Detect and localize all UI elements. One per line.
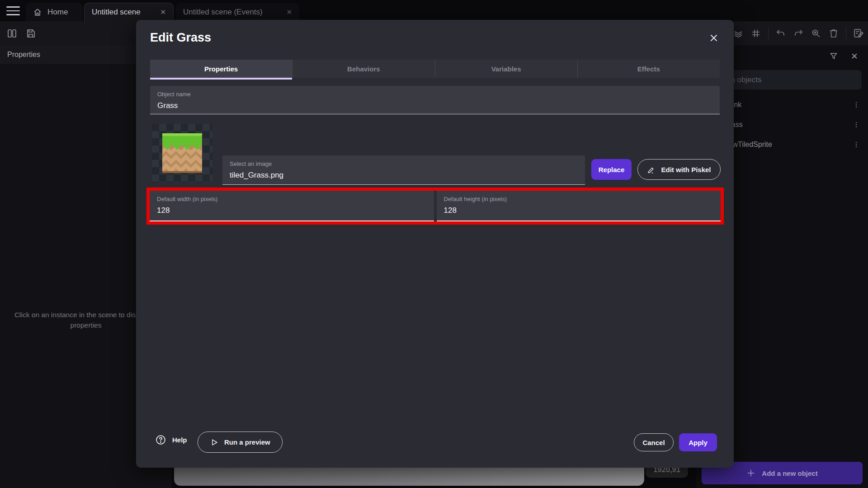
close-tab-icon[interactable]: ✕ [160, 8, 166, 16]
play-icon [210, 438, 219, 447]
object-name-field[interactable]: Object name Grass [150, 86, 720, 114]
tab-behaviors[interactable]: Behaviors [292, 60, 434, 78]
tab-properties-label: Properties [204, 65, 238, 73]
apply-button[interactable]: Apply [679, 433, 717, 451]
grid-icon[interactable] [750, 28, 761, 39]
grass-tile-image [162, 133, 202, 173]
edit-with-piskel-label: Edit with Piskel [661, 166, 711, 174]
dialog-tab-bar: Properties Behaviors Variables Effects [150, 60, 720, 78]
redo-icon[interactable] [793, 28, 804, 39]
panels-icon[interactable] [6, 28, 17, 39]
default-width-field[interactable]: Default width (in pixels) 128 [150, 191, 434, 221]
toolbar-separator [846, 27, 846, 40]
app-window: Home Untitled scene ✕ Untitled scene (Ev… [0, 0, 868, 488]
tab-properties[interactable]: Properties [150, 60, 292, 78]
highlight-box: Default width (in pixels) 128 Default he… [146, 188, 724, 225]
default-height-label: Default height (in pixels) [444, 196, 714, 202]
run-preview-label: Run a preview [224, 438, 270, 446]
tab-variables-label: Variables [491, 65, 521, 73]
filter-icon[interactable] [829, 52, 838, 61]
save-icon[interactable] [25, 28, 36, 39]
edit-with-piskel-button[interactable]: Edit with Piskel [637, 159, 721, 180]
properties-panel-title: Properties [7, 51, 40, 59]
default-height-field[interactable]: Default height (in pixels) 128 [437, 191, 721, 221]
pencil-icon [647, 165, 656, 174]
cancel-button[interactable]: Cancel [634, 433, 674, 451]
tab-events-label: Untitled scene (Events) [183, 8, 263, 17]
layers-icon[interactable] [733, 28, 744, 39]
undo-icon[interactable] [775, 28, 786, 39]
tab-effects[interactable]: Effects [577, 60, 720, 78]
tab-untitled-scene[interactable]: Untitled scene ✕ [84, 3, 174, 21]
zoom-in-icon[interactable] [811, 28, 821, 39]
menu-icon[interactable] [5, 5, 21, 16]
plus-icon [746, 469, 755, 478]
tab-untitled-scene-events[interactable]: Untitled scene (Events) ✕ [176, 3, 299, 21]
dialog-footer: Help Run a preview Cancel Apply [136, 432, 734, 453]
home-icon [33, 8, 42, 17]
tab-behaviors-label: Behaviors [347, 65, 380, 73]
tab-home[interactable]: Home [26, 3, 83, 21]
dialog-title: Edit Grass [150, 31, 211, 45]
toolbar-separator [768, 27, 769, 40]
add-new-object-label: Add a new object [762, 469, 817, 477]
help-label: Help [172, 436, 187, 444]
select-image-label: Select an image [230, 160, 578, 167]
close-panel-icon[interactable]: ✕ [851, 51, 858, 61]
help-icon [155, 434, 166, 446]
trash-icon[interactable] [828, 28, 839, 39]
edit-object-dialog: Edit Grass Properties Behaviors Variable… [136, 20, 734, 468]
object-menu-icon[interactable] [853, 121, 860, 128]
tab-variables[interactable]: Variables [435, 60, 577, 78]
edit-properties-icon[interactable] [853, 28, 864, 39]
run-preview-button[interactable]: Run a preview [198, 432, 283, 453]
dialog-close-icon[interactable] [708, 33, 719, 43]
image-thumbnail[interactable] [152, 124, 212, 183]
object-name-value: Grass [157, 101, 712, 110]
object-menu-icon[interactable] [853, 141, 860, 148]
tab-home-label: Home [47, 8, 68, 17]
close-tab-icon[interactable]: ✕ [286, 8, 292, 16]
default-width-label: Default width (in pixels) [157, 196, 427, 202]
help-button[interactable]: Help [155, 434, 187, 446]
select-image-value: tiled_Grass.png [230, 171, 578, 180]
default-height-value: 128 [444, 206, 714, 215]
select-image-field[interactable]: Select an image tiled_Grass.png [222, 155, 585, 185]
default-width-value: 128 [157, 206, 427, 215]
tab-scene-label: Untitled scene [92, 8, 141, 17]
object-menu-icon[interactable] [853, 101, 860, 108]
replace-button[interactable]: Replace [591, 159, 632, 180]
tab-effects-label: Effects [637, 65, 660, 73]
top-tab-bar: Home Untitled scene ✕ Untitled scene (Ev… [0, 0, 868, 21]
object-name-label: Object name [157, 91, 712, 98]
